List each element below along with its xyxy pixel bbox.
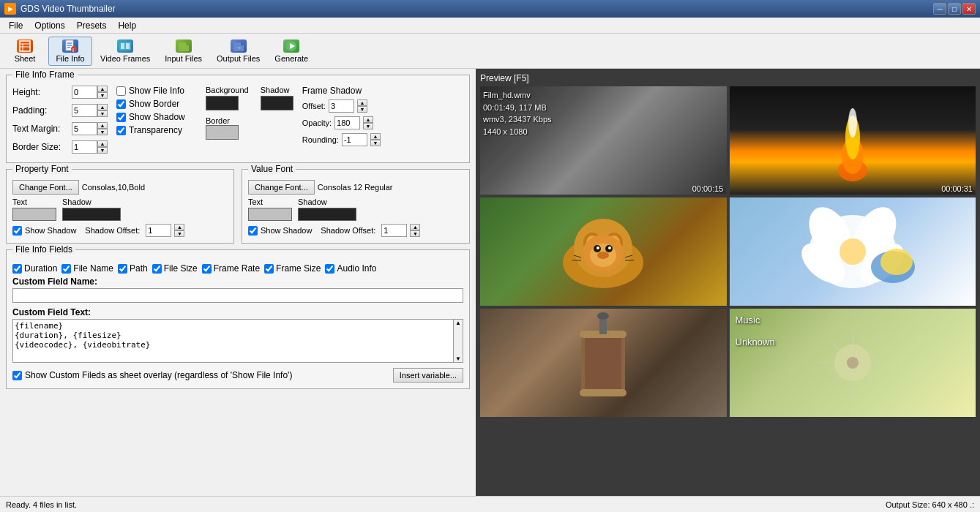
text-margin-input-group[interactable]: ▲ ▼ bbox=[72, 122, 108, 135]
value-shadow-offset-down[interactable]: ▼ bbox=[410, 230, 420, 237]
filename-checkbox[interactable] bbox=[61, 264, 71, 274]
value-shadow-color[interactable] bbox=[298, 208, 356, 221]
path-checkbox[interactable] bbox=[118, 264, 127, 274]
svg-rect-53 bbox=[580, 389, 626, 396]
value-shadow-offset-input[interactable] bbox=[381, 224, 407, 237]
offset-spinners[interactable]: ▲ ▼ bbox=[357, 99, 367, 113]
shadow-color-swatch[interactable] bbox=[261, 96, 293, 110]
path-field[interactable]: Path bbox=[118, 263, 148, 274]
show-file-info-check[interactable]: Show File Info bbox=[116, 86, 197, 96]
rounding-spinners[interactable]: ▲ ▼ bbox=[370, 133, 381, 146]
tab-sheet[interactable]: Sheet bbox=[3, 37, 47, 66]
offset-input[interactable] bbox=[329, 99, 354, 113]
height-input[interactable] bbox=[72, 86, 97, 99]
audioinfo-field[interactable]: Audio Info bbox=[325, 263, 376, 274]
border-size-spinners[interactable]: ▲ ▼ bbox=[97, 140, 108, 154]
framesize-checkbox[interactable] bbox=[264, 264, 274, 274]
filename-field[interactable]: File Name bbox=[61, 263, 113, 274]
tab-generate[interactable]: Generate bbox=[268, 37, 315, 66]
framerate-field[interactable]: Frame Rate bbox=[202, 263, 260, 274]
menu-help[interactable]: Help bbox=[112, 19, 142, 31]
transparency-checkbox[interactable] bbox=[116, 126, 126, 135]
framesize-field[interactable]: Frame Size bbox=[264, 263, 321, 274]
tab-output-files[interactable]: → Output Files bbox=[210, 37, 266, 66]
padding-input[interactable] bbox=[72, 104, 97, 117]
height-spin-up[interactable]: ▲ bbox=[97, 86, 108, 92]
padding-label: Padding: bbox=[12, 105, 67, 116]
rounding-spin-down[interactable]: ▼ bbox=[370, 140, 381, 146]
tab-input-files[interactable]: Input Files bbox=[158, 37, 209, 66]
maximize-button[interactable]: □ bbox=[948, 3, 961, 15]
property-shadow-offset-down[interactable]: ▼ bbox=[174, 230, 184, 237]
height-spin-down[interactable]: ▼ bbox=[97, 92, 108, 99]
padding-spin-down[interactable]: ▼ bbox=[97, 110, 108, 117]
text-margin-spin-down[interactable]: ▼ bbox=[97, 129, 108, 135]
minimize-button[interactable]: ─ bbox=[933, 3, 946, 15]
opacity-spin-down[interactable]: ▼ bbox=[363, 123, 373, 129]
value-show-shadow-checkbox[interactable] bbox=[248, 226, 258, 236]
opacity-spinners[interactable]: ▲ ▼ bbox=[363, 116, 373, 129]
window-controls[interactable]: ─ □ ✕ bbox=[933, 3, 976, 15]
overlay-checkbox[interactable] bbox=[12, 371, 22, 380]
filesize-checkbox[interactable] bbox=[152, 264, 162, 274]
property-text-color[interactable] bbox=[12, 208, 56, 221]
property-shadow-offset-spinners[interactable]: ▲ ▼ bbox=[174, 224, 184, 237]
rounding-spin-up[interactable]: ▲ bbox=[370, 133, 381, 140]
value-show-shadow-row: Show Shadow Shadow Offset: ▲ ▼ bbox=[248, 224, 463, 237]
value-text-color[interactable] bbox=[248, 208, 292, 221]
show-shadow-checkbox[interactable] bbox=[116, 113, 126, 122]
framerate-checkbox[interactable] bbox=[202, 264, 212, 274]
tab-video-frames[interactable]: Video Frames bbox=[94, 37, 157, 66]
value-change-font-btn[interactable]: Change Font... bbox=[248, 180, 315, 195]
overlay-check[interactable]: Show Custom Fileds as sheet overlay (reg… bbox=[12, 370, 292, 380]
show-border-check[interactable]: Show Border bbox=[116, 99, 197, 109]
text-margin-spin-up[interactable]: ▲ bbox=[97, 122, 108, 129]
padding-spin-up[interactable]: ▲ bbox=[97, 104, 108, 110]
menu-file[interactable]: File bbox=[3, 19, 29, 31]
custom-field-text-input[interactable]: {filename} {duration}, {filesize} {video… bbox=[12, 319, 463, 363]
padding-spinners[interactable]: ▲ ▼ bbox=[97, 104, 108, 117]
audioinfo-checkbox[interactable] bbox=[325, 264, 334, 274]
duration-checkbox[interactable] bbox=[12, 264, 22, 274]
textarea-scroll-down[interactable]: ▼ bbox=[454, 355, 463, 362]
border-size-input[interactable] bbox=[72, 140, 97, 154]
text-margin-input[interactable] bbox=[72, 122, 97, 135]
menu-options[interactable]: Options bbox=[29, 19, 70, 31]
rounding-input[interactable] bbox=[342, 133, 367, 146]
property-shadow-offset-up[interactable]: ▲ bbox=[174, 224, 184, 230]
transparency-check[interactable]: Transparency bbox=[116, 125, 197, 135]
height-spinners[interactable]: ▲ ▼ bbox=[97, 86, 108, 99]
show-file-info-checkbox[interactable] bbox=[116, 86, 126, 96]
show-border-checkbox[interactable] bbox=[116, 99, 126, 109]
generate-icon bbox=[283, 39, 299, 53]
property-show-shadow-checkbox[interactable] bbox=[12, 226, 22, 236]
border-size-input-group[interactable]: ▲ ▼ bbox=[72, 140, 108, 154]
value-shadow-box: Shadow bbox=[298, 197, 356, 221]
show-shadow-check[interactable]: Show Shadow bbox=[116, 112, 197, 122]
custom-field-name-input[interactable] bbox=[12, 288, 463, 303]
menu-presets[interactable]: Presets bbox=[71, 19, 113, 31]
padding-input-group[interactable]: ▲ ▼ bbox=[72, 104, 108, 117]
border-size-spin-down[interactable]: ▼ bbox=[97, 147, 108, 154]
border-size-spin-up[interactable]: ▲ bbox=[97, 140, 108, 147]
value-shadow-offset-up[interactable]: ▲ bbox=[410, 224, 420, 230]
offset-spin-up[interactable]: ▲ bbox=[357, 99, 367, 106]
insert-variable-btn[interactable]: Insert variable... bbox=[393, 368, 463, 383]
opacity-input[interactable] bbox=[334, 116, 360, 129]
value-shadow-offset-spinners[interactable]: ▲ ▼ bbox=[410, 224, 420, 237]
opacity-spin-up[interactable]: ▲ bbox=[363, 116, 373, 123]
textarea-scroll-up[interactable]: ▲ bbox=[454, 320, 463, 326]
border-color-swatch[interactable] bbox=[206, 125, 239, 140]
property-change-font-btn[interactable]: Change Font... bbox=[12, 180, 79, 195]
offset-spin-down[interactable]: ▼ bbox=[357, 106, 367, 113]
filesize-field[interactable]: File Size bbox=[152, 263, 198, 274]
text-margin-spinners[interactable]: ▲ ▼ bbox=[97, 122, 108, 135]
background-color-swatch[interactable] bbox=[206, 96, 239, 110]
textarea-scrollbar[interactable]: ▲ ▼ bbox=[453, 319, 463, 363]
property-shadow-offset-input[interactable] bbox=[146, 224, 171, 237]
height-input-group[interactable]: ▲ ▼ bbox=[72, 86, 108, 99]
tab-file-info[interactable]: i File Info bbox=[48, 37, 92, 66]
close-button[interactable]: ✕ bbox=[962, 3, 976, 15]
property-shadow-color[interactable] bbox=[62, 208, 121, 221]
duration-field[interactable]: Duration bbox=[12, 263, 57, 274]
